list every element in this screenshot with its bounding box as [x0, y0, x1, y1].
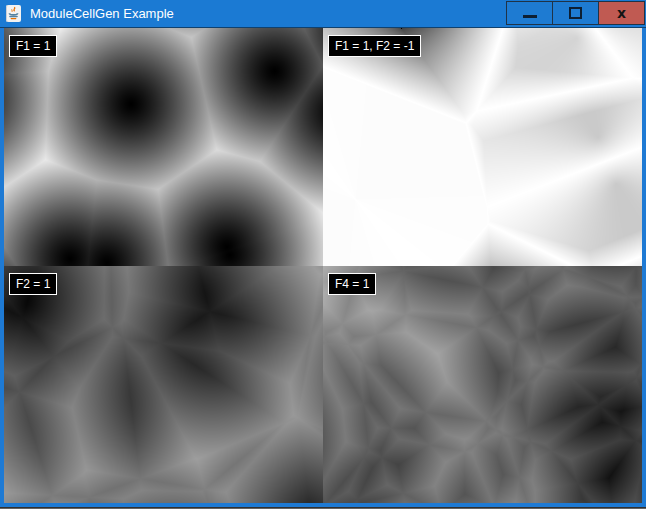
minimize-icon	[523, 15, 537, 18]
panel-f1: F1 = 1	[4, 28, 323, 266]
noise-canvas-f1f2	[323, 28, 642, 266]
noise-grid: F1 = 1 F1 = 1, F2 = -1 F2 = 1 F4 = 1	[4, 28, 642, 503]
window-controls: x	[507, 1, 645, 25]
java-coffee-icon	[6, 5, 21, 22]
maximize-icon	[569, 7, 582, 19]
panel-f4: F4 = 1	[323, 266, 642, 503]
noise-canvas-f2	[4, 266, 323, 503]
close-icon: x	[617, 6, 626, 20]
window-title: ModuleCellGen Example	[30, 0, 174, 28]
panel-f2: F2 = 1	[4, 266, 323, 503]
panel-label-f4: F4 = 1	[328, 273, 376, 295]
maximize-button[interactable]	[552, 1, 599, 25]
panel-label-f1: F1 = 1	[9, 35, 57, 57]
app-window: ModuleCellGen Example x F1 = 1 F1 = 1, F…	[0, 0, 646, 509]
panel-label-f2: F2 = 1	[9, 273, 57, 295]
noise-canvas-f4	[323, 266, 642, 503]
panel-f1f2: F1 = 1, F2 = -1	[323, 28, 642, 266]
minimize-button[interactable]	[506, 1, 553, 25]
close-button[interactable]: x	[598, 1, 645, 25]
noise-canvas-f1	[4, 28, 323, 266]
panel-label-f1f2: F1 = 1, F2 = -1	[328, 35, 421, 57]
titlebar[interactable]: ModuleCellGen Example x	[0, 0, 646, 28]
